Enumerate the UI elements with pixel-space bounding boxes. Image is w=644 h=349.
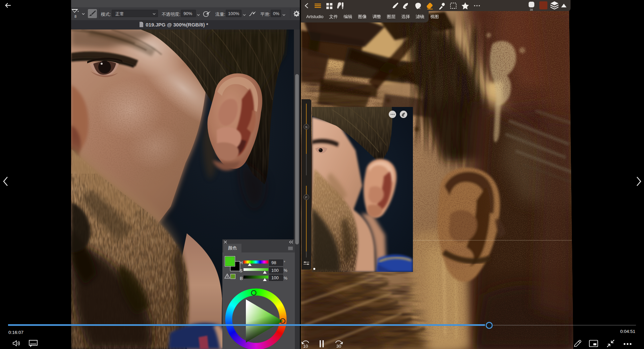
svg-text:F: F [306,196,308,199]
svg-text:S: S [305,125,307,129]
svg-text:8: 8 [74,14,76,18]
svg-text:10: 10 [303,344,308,348]
svg-text:30: 30 [336,344,341,348]
svg-text:38: 38 [530,8,533,11]
